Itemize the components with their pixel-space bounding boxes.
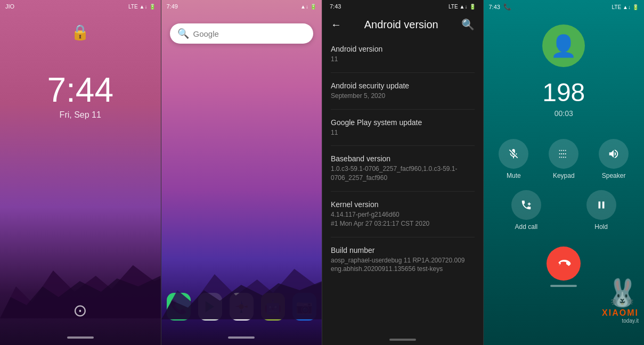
- baseband-value: 1.0.c3-59.1-0706_2257_facf960,1.0.c3-59.…: [331, 165, 475, 183]
- avatar-icon: 👤: [550, 34, 577, 59]
- call-status-icons: LTE ▲↓ 🔋: [612, 4, 639, 10]
- android-status-icons: LTE ▲↓ 🔋: [449, 4, 476, 10]
- android-version-panel: 7:43 LTE ▲↓ 🔋 ← Android version 🔍 Androi…: [322, 0, 483, 345]
- call-active-icon: 📞: [503, 3, 511, 11]
- info-item-baseband: Baseband version 1.0.c3-59.1-0706_2257_f…: [331, 146, 475, 192]
- xiaomi-watermark: 🐰 XIAOMI today.it: [602, 277, 639, 324]
- call-status-left: 7:43 📞: [489, 3, 511, 11]
- build-label: Build number: [331, 246, 475, 254]
- android-battery-icon: 🔋: [469, 4, 476, 10]
- android-top-bar: ← Android version 🔍: [322, 13, 483, 36]
- call-battery-icon: 🔋: [632, 4, 639, 10]
- mute-label: Mute: [507, 172, 521, 179]
- xiaomi-brand-text: XIAOMI: [602, 308, 639, 318]
- fingerprint-icon[interactable]: ⊙: [0, 300, 161, 321]
- xiaomi-bunny-icon: 🐰: [606, 277, 639, 308]
- call-bottom-bar: [550, 285, 577, 287]
- lock-date: Fri, Sep 11: [0, 110, 161, 120]
- home-status-icons: ▲↓ 🔋: [300, 4, 316, 10]
- home-battery-icon: 🔋: [310, 4, 316, 10]
- time-display: 7:44 Fri, Sep 11: [0, 73, 161, 120]
- hold-icon-circle: [586, 190, 616, 220]
- speaker-label: Speaker: [602, 172, 626, 179]
- info-item-kernel: Kernel version 4.14.117-perf-g2146d60 #1…: [331, 192, 475, 237]
- back-icon[interactable]: ←: [331, 19, 341, 31]
- mute-icon-circle: [499, 139, 528, 169]
- home-bottom-bar: [228, 336, 255, 339]
- lock-bottom-bar: [67, 336, 94, 339]
- page-title: Android version: [364, 19, 438, 31]
- signal-icon: ▲↓: [140, 4, 148, 10]
- baseband-label: Baseband version: [331, 154, 475, 163]
- call-time: 7:43: [489, 4, 500, 10]
- keypad-button[interactable]: Keypad: [549, 139, 578, 179]
- android-info-list: Android version 11 Android security upda…: [322, 36, 483, 334]
- call-action-buttons: Mute Keypad Speaker: [484, 139, 645, 179]
- caller-avatar: 👤: [542, 24, 585, 67]
- build-value: aosp_raphael-userdebug 11 RP1A.200720.00…: [331, 256, 475, 274]
- security-update-label: Android security update: [331, 81, 475, 90]
- play-update-label: Google Play system update: [331, 118, 475, 127]
- search-magnify-icon: 🔍: [177, 28, 189, 39]
- lock-icon: 🔒: [0, 23, 161, 41]
- call-signal-icon: ▲↓: [623, 4, 631, 10]
- add-call-button[interactable]: Add call: [511, 190, 541, 231]
- lock-time: 7:44: [0, 73, 161, 107]
- kernel-value: 4.14.117-perf-g2146d60 #1 Mon Apr 27 03:…: [331, 210, 475, 228]
- lock-status-icons: LTE ▲↓ 🔋: [128, 4, 156, 10]
- android-status-bar: 7:43 LTE ▲↓ 🔋: [322, 0, 483, 13]
- security-update-value: September 5, 2020: [331, 92, 475, 101]
- home-screen-panel: 7:49 ▲↓ 🔋 🔍 📞 🤖 📷: [161, 0, 322, 345]
- android-version-label: Android version: [331, 45, 475, 53]
- search-icon[interactable]: 🔍: [461, 18, 475, 31]
- speaker-button[interactable]: Speaker: [599, 139, 629, 179]
- info-item-build: Build number aosp_raphael-userdebug 11 R…: [331, 237, 475, 283]
- hold-button[interactable]: Hold: [586, 190, 616, 231]
- speaker-icon-circle: [599, 139, 629, 169]
- call-duration: 00:03: [484, 109, 645, 118]
- call-secondary-buttons: Add call Hold: [484, 190, 645, 231]
- info-item-security-update: Android security update September 5, 202…: [331, 73, 475, 110]
- android-time: 7:43: [330, 3, 341, 10]
- search-bar[interactable]: 🔍: [170, 23, 314, 44]
- kernel-label: Kernel version: [331, 200, 475, 209]
- mute-button[interactable]: Mute: [499, 139, 528, 179]
- lock-screen-panel: JIO LTE ▲↓ 🔋 🔒 7:44 Fri, Sep 11 ⊙: [0, 0, 161, 345]
- android-signal-icon: ▲↓: [460, 4, 468, 10]
- add-call-icon-circle: [511, 190, 541, 220]
- end-call-button[interactable]: [547, 247, 581, 281]
- home-signal-icon: ▲↓: [300, 4, 308, 10]
- carrier-label: JIO: [5, 3, 14, 10]
- search-input[interactable]: [193, 29, 306, 38]
- home-status-bar: 7:49 ▲↓ 🔋: [161, 0, 322, 13]
- keypad-icon-circle: [549, 139, 578, 169]
- call-status-bar: 7:43 📞 LTE ▲↓ 🔋: [484, 0, 645, 14]
- caller-number: 198: [484, 78, 645, 107]
- xiaomi-sub-text: today.it: [622, 318, 639, 324]
- home-time: 7:49: [167, 3, 178, 10]
- lock-status-bar: JIO LTE ▲↓ 🔋: [0, 0, 161, 13]
- hold-label: Hold: [594, 223, 608, 231]
- play-update-value: 11: [331, 128, 475, 137]
- android-version-value: 11: [331, 55, 475, 64]
- home-mountain-silhouette: [161, 261, 322, 319]
- add-call-label: Add call: [515, 223, 538, 231]
- info-item-android-version: Android version 11: [331, 36, 475, 73]
- keypad-label: Keypad: [553, 172, 575, 179]
- info-item-play-update: Google Play system update 11: [331, 110, 475, 146]
- phone-call-panel: 7:43 📞 LTE ▲↓ 🔋 👤 198 00:03 Mute: [483, 0, 645, 345]
- battery-icon: 🔋: [149, 4, 156, 10]
- android-bottom-bar: [389, 339, 416, 341]
